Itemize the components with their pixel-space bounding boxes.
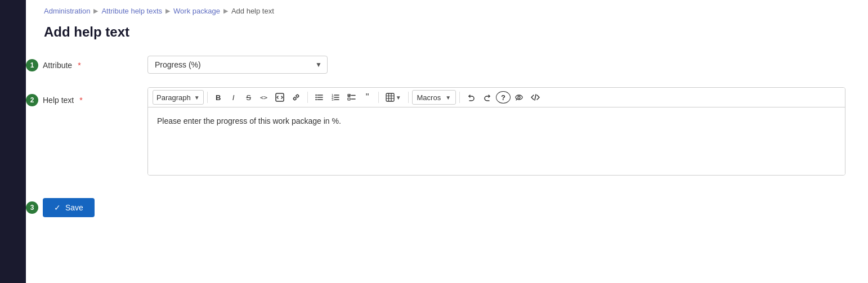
attribute-select-wrapper: Progress (%) % Complete Assignee Categor…: [147, 56, 328, 74]
paragraph-label: Paragraph: [156, 93, 191, 102]
svg-rect-15: [348, 98, 350, 100]
step-3-badge: 3: [26, 201, 38, 214]
breadcrumb-sep-2: ▶: [165, 7, 170, 15]
paragraph-arrow-icon: ▼: [194, 95, 200, 101]
paragraph-select[interactable]: Paragraph ▼: [153, 90, 204, 105]
strikethrough-button[interactable]: S: [241, 90, 256, 105]
source-button[interactable]: [527, 90, 543, 105]
breadcrumb: Administration ▶ Attribute help texts ▶ …: [44, 7, 850, 15]
editor-container: Paragraph ▼ B I S <>: [147, 87, 845, 176]
code-block-button[interactable]: [272, 90, 288, 105]
macros-arrow-icon: ▼: [445, 95, 451, 101]
table-arrow-icon: ▼: [396, 95, 401, 101]
breadcrumb-work-package[interactable]: Work package: [173, 7, 220, 15]
breadcrumb-current: Add help text: [231, 7, 274, 15]
editor-body[interactable]: Please enter the progress of this work p…: [148, 107, 845, 175]
page-layout: Administration ▶ Attribute help texts ▶ …: [0, 0, 868, 283]
bullet-list-button[interactable]: [311, 90, 327, 105]
attribute-control: Progress (%) % Complete Assignee Categor…: [147, 56, 845, 74]
svg-point-23: [518, 96, 520, 98]
table-button-wrapper[interactable]: ▼: [382, 91, 405, 104]
attribute-label-wrapper: 1 Attribute *: [44, 56, 134, 71]
breadcrumb-attribute-help-texts[interactable]: Attribute help texts: [101, 7, 162, 15]
blockquote-button[interactable]: ": [360, 90, 375, 105]
toolbar-divider-3: [378, 92, 379, 103]
save-label: Save: [65, 203, 83, 212]
toolbar-divider-5: [459, 92, 460, 103]
breadcrumb-sep-3: ▶: [223, 7, 228, 15]
bold-button[interactable]: B: [211, 90, 226, 105]
sidebar: [0, 0, 26, 283]
svg-point-3: [315, 97, 316, 98]
helptext-label: Help text: [43, 96, 74, 105]
save-row: 3 ✓ Save: [44, 198, 850, 217]
svg-line-25: [535, 95, 536, 100]
svg-rect-17: [386, 93, 394, 101]
attribute-label: Attribute: [43, 61, 72, 70]
undo-button[interactable]: [463, 90, 479, 105]
attribute-required: *: [78, 61, 80, 70]
attribute-row: 1 Attribute * Progress (%) % Complete As…: [44, 56, 850, 74]
breadcrumb-sep-1: ▶: [93, 7, 98, 15]
toolbar-divider-2: [307, 92, 308, 103]
code-inline-button[interactable]: <>: [257, 90, 271, 105]
redo-button[interactable]: [480, 90, 495, 105]
toolbar-divider-4: [408, 92, 409, 103]
link-button[interactable]: [288, 90, 304, 105]
preview-button[interactable]: [511, 90, 527, 105]
toolbar-history: ?: [463, 90, 543, 105]
attribute-select[interactable]: Progress (%) % Complete Assignee Categor…: [147, 56, 328, 74]
editor-toolbar: Paragraph ▼ B I S <>: [148, 88, 845, 107]
page-title: Add help text: [44, 24, 850, 40]
helptext-required: *: [79, 96, 82, 105]
save-check-icon: ✓: [54, 203, 61, 212]
form: 1 Attribute * Progress (%) % Complete As…: [44, 56, 850, 217]
save-button[interactable]: ✓ Save: [43, 198, 95, 217]
macros-select[interactable]: Macros ▼: [412, 90, 457, 105]
toolbar-divider-1: [207, 92, 208, 103]
helptext-row: 2 Help text * Paragraph ▼: [44, 87, 850, 176]
step-2-badge: 2: [26, 94, 38, 106]
toolbar-text-format: B I S <>: [211, 90, 304, 105]
step-1-badge: 1: [26, 59, 38, 71]
help-button[interactable]: ?: [496, 91, 511, 104]
macros-label: Macros: [417, 93, 441, 102]
main-content: Administration ▶ Attribute help texts ▶ …: [26, 0, 868, 283]
ordered-list-button[interactable]: 1. 2. 3.: [328, 90, 343, 105]
svg-point-1: [315, 95, 316, 96]
helptext-label-wrapper: 2 Help text *: [44, 87, 134, 106]
italic-button[interactable]: I: [226, 90, 241, 105]
helptext-editor-wrapper: Paragraph ▼ B I S <>: [147, 87, 845, 176]
breadcrumb-administration[interactable]: Administration: [44, 7, 90, 15]
toolbar-table: ▼: [382, 91, 405, 104]
svg-point-5: [315, 99, 316, 100]
task-list-button[interactable]: [344, 90, 360, 105]
toolbar-lists: 1. 2. 3.: [311, 90, 375, 105]
